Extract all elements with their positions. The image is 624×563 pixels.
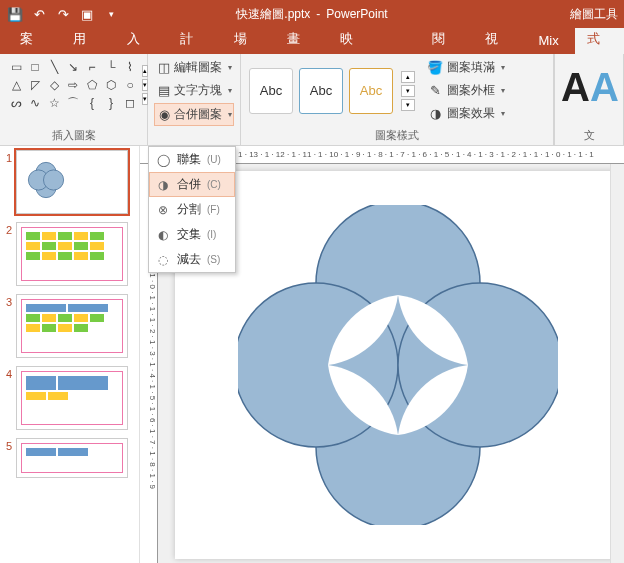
merge-union[interactable]: ◯ 聯集 (U) (149, 147, 235, 172)
gallery-up-icon[interactable]: ▴ (401, 71, 415, 83)
merge-fragment[interactable]: ⊗ 分割 (F) (149, 197, 235, 222)
thumb-slide-5[interactable] (16, 438, 128, 478)
merge-intersect[interactable]: ◐ 交集 (I) (149, 222, 235, 247)
context-tab-label: 繪圖工具 (570, 6, 618, 23)
tab-mix[interactable]: Mix (526, 29, 570, 54)
thumb-slide-4[interactable] (16, 366, 128, 430)
mini-venn-icon (25, 159, 67, 201)
svg-point-8 (398, 283, 558, 447)
group-label-insert-shapes: 插入圖案 (6, 127, 141, 143)
shape-connector-icon[interactable]: ⌐ (84, 59, 100, 75)
thumb-5[interactable]: 5 (2, 438, 135, 478)
pen-icon: ✎ (427, 83, 443, 99)
shape-arrow-line-icon[interactable]: ↘ (65, 59, 81, 75)
thumb-slide-1[interactable] (16, 150, 128, 214)
merge-shapes-menu: ◯ 聯集 (U) ◑ 合併 (C) ⊗ 分割 (F) ◐ 交集 (I) ◌ 減去… (148, 146, 236, 273)
vertical-scrollbar[interactable] (610, 164, 624, 563)
shape-line-icon[interactable]: ╲ (46, 59, 62, 75)
gallery-more-icon[interactable]: ▾ (401, 99, 415, 111)
shape-outline-button[interactable]: ✎ 圖案外框 ▾ (423, 80, 509, 101)
gallery-down-icon[interactable]: ▾ (401, 85, 415, 97)
shape-diamond-icon[interactable]: ◇ (46, 77, 62, 93)
shape-arrow-icon[interactable]: ⇨ (65, 77, 81, 93)
start-from-beginning-icon[interactable]: ▣ (78, 5, 96, 23)
redo-icon[interactable]: ↷ (54, 5, 72, 23)
venn-shape[interactable] (238, 205, 558, 525)
thumb-4[interactable]: 4 (2, 366, 135, 430)
chevron-down-icon: ▾ (228, 86, 232, 95)
edit-shape-icon: ◫ (158, 60, 170, 76)
wordart-preset-2[interactable]: A (590, 57, 619, 117)
shape-rtriangle-icon[interactable]: ◸ (27, 77, 43, 93)
shape-scribble-icon[interactable]: ∿ (27, 95, 43, 111)
text-box-button[interactable]: ▤ 文字方塊 ▾ (154, 80, 234, 101)
shape-callout-icon[interactable]: ◻ (122, 95, 138, 111)
group-shape-styles: Abc Abc Abc ▴ ▾ ▾ 🪣 圖案填滿 ▾ ✎ 圖案外框 ▾ (240, 54, 554, 145)
union-icon: ◯ (155, 152, 171, 168)
shape-textbox-icon[interactable]: ▭ (8, 59, 24, 75)
title-bar: 💾 ↶ ↷ ▣ ▾ 快速繪圖.pptx - PowerPoint 繪圖工具 (0, 0, 624, 28)
shape-triangle-icon[interactable]: △ (8, 77, 24, 93)
shape-elbow-icon[interactable]: └ (103, 59, 119, 75)
style-preset-1[interactable]: Abc (249, 68, 293, 114)
shape-hexagon-icon[interactable]: ⬡ (103, 77, 119, 93)
thumb-slide-2[interactable] (16, 222, 128, 286)
effects-icon: ◑ (427, 106, 443, 122)
group-shape-edit: ◫ 編輯圖案 ▾ ▤ 文字方塊 ▾ ◉ 合併圖案 ▾ (148, 54, 240, 145)
filename: 快速繪圖.pptx (236, 6, 310, 23)
thumb-1[interactable]: 1 (2, 150, 135, 214)
chevron-down-icon: ▾ (228, 110, 232, 119)
merge-combine[interactable]: ◑ 合併 (C) (149, 172, 235, 197)
shape-effects-button[interactable]: ◑ 圖案效果 ▾ (423, 103, 509, 124)
shape-brace-r-icon[interactable]: } (103, 95, 119, 111)
qat-customize-icon[interactable]: ▾ (102, 5, 120, 23)
merge-subtract[interactable]: ◌ 減去 (S) (149, 247, 235, 272)
style-gallery-scroll[interactable]: ▴ ▾ ▾ (401, 71, 415, 111)
shape-style-gallery[interactable]: Abc Abc Abc (247, 64, 395, 118)
shape-freeform-icon[interactable]: ᔕ (8, 95, 24, 111)
shape-curve-icon[interactable]: ⌇ (122, 59, 138, 75)
style-preset-2[interactable]: Abc (299, 68, 343, 114)
slide-thumbnails[interactable]: 1 2 (0, 146, 140, 563)
ribbon: ▭ □ ╲ ↘ ⌐ └ ⌇ △ ◸ ◇ ⇨ ⬠ ⬡ ○ ᔕ ∿ ☆ ⌒ { } (0, 54, 624, 146)
group-label-shape-styles: 圖案樣式 (247, 127, 547, 143)
combine-icon: ◑ (155, 177, 171, 193)
style-preset-3[interactable]: Abc (349, 68, 393, 114)
thumb-slide-3[interactable] (16, 294, 128, 358)
wordart-preset-1[interactable]: A (561, 57, 590, 117)
thumb-2[interactable]: 2 (2, 222, 135, 286)
svg-point-3 (43, 170, 63, 190)
merge-shapes-icon: ◉ (159, 107, 170, 123)
ribbon-tabs: 檔案 常用 插入 設計 轉場 動畫 投影片放映 校閱 檢視 Mix 格式 (0, 28, 624, 54)
chevron-down-icon: ▾ (501, 86, 505, 95)
slide-canvas[interactable] (175, 171, 620, 559)
save-icon[interactable]: 💾 (6, 5, 24, 23)
shape-fill-button[interactable]: 🪣 圖案填滿 ▾ (423, 57, 509, 78)
edit-shape-button[interactable]: ◫ 編輯圖案 ▾ (154, 57, 234, 78)
undo-icon[interactable]: ↶ (30, 5, 48, 23)
chevron-down-icon: ▾ (228, 63, 232, 72)
app-name: PowerPoint (326, 7, 387, 21)
group-label-wordart: 文 (561, 127, 617, 143)
text-box-icon: ▤ (158, 83, 170, 99)
bucket-icon: 🪣 (427, 60, 443, 76)
intersect-icon: ◐ (155, 227, 171, 243)
shapes-gallery[interactable]: ▭ □ ╲ ↘ ⌐ └ ⌇ △ ◸ ◇ ⇨ ⬠ ⬡ ○ ᔕ ∿ ☆ ⌒ { } (6, 57, 140, 113)
window-title: 快速繪圖.pptx - PowerPoint (236, 6, 387, 23)
thumb-3[interactable]: 3 (2, 294, 135, 358)
shape-pentagon-icon[interactable]: ⬠ (84, 77, 100, 93)
shape-rect-icon[interactable]: □ (27, 59, 43, 75)
group-wordart: A A 文 (554, 54, 624, 145)
svg-point-7 (238, 283, 398, 447)
quick-access-toolbar: 💾 ↶ ↷ ▣ ▾ (0, 5, 126, 23)
chevron-down-icon: ▾ (501, 109, 505, 118)
shape-arc-icon[interactable]: ⌒ (65, 95, 81, 111)
shape-ellipse-icon[interactable]: ○ (122, 77, 138, 93)
chevron-down-icon: ▾ (501, 63, 505, 72)
group-insert-shapes: ▭ □ ╲ ↘ ⌐ └ ⌇ △ ◸ ◇ ⇨ ⬠ ⬡ ○ ᔕ ∿ ☆ ⌒ { } (0, 54, 148, 145)
subtract-icon: ◌ (155, 252, 171, 268)
shape-star-icon[interactable]: ☆ (46, 95, 62, 111)
shape-brace-l-icon[interactable]: { (84, 95, 100, 111)
merge-shapes-button[interactable]: ◉ 合併圖案 ▾ (154, 103, 234, 126)
workspace: 1 2 (0, 146, 624, 563)
